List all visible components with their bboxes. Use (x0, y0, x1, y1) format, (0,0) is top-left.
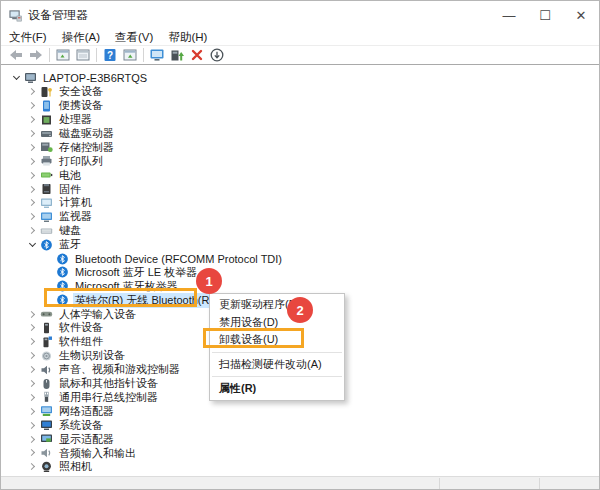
uninstall-device-icon[interactable] (187, 47, 207, 64)
forward-arrow-icon[interactable] (26, 47, 46, 64)
menu-item-1[interactable]: 操作(A) (62, 30, 100, 45)
disk-drive-icon (40, 128, 53, 140)
chevron-right-icon[interactable] (24, 159, 40, 164)
menu-item-3[interactable]: 帮助(H) (168, 30, 207, 45)
status-divider (539, 478, 540, 489)
chevron-right-icon[interactable] (24, 423, 40, 428)
tree-item-label: 鼠标和其他指针设备 (57, 376, 160, 391)
chevron-right-icon[interactable] (24, 312, 40, 317)
toolbar-separator (49, 48, 50, 62)
tree-item-label: 照相机 (57, 459, 94, 474)
chevron-right-icon[interactable] (24, 187, 40, 192)
tree-item[interactable]: 处理器 (2, 113, 598, 127)
tree-item-label: 网络适配器 (57, 404, 116, 419)
chevron-right-icon[interactable] (24, 395, 40, 400)
tree-item[interactable]: 磁盘驱动器 (2, 127, 598, 141)
usb-controller-icon (40, 391, 53, 403)
chevron-down-icon[interactable] (24, 243, 40, 246)
annotation-box-uninstall (203, 328, 304, 348)
properties-window-icon[interactable] (73, 47, 93, 64)
back-arrow-icon[interactable] (6, 47, 26, 64)
tree-item-label: 蓝牙 (57, 237, 83, 252)
menu-item-2[interactable]: 查看(V) (115, 30, 153, 45)
chevron-down-icon[interactable] (8, 76, 24, 79)
print-queue-icon (40, 155, 53, 167)
tree-item[interactable]: 计算机 (2, 196, 598, 210)
tree-item[interactable]: 系统设备 (2, 418, 598, 432)
context-menu-item[interactable]: 更新驱动程序(P) (210, 296, 344, 314)
annotation-badge-1: 1 (196, 268, 222, 294)
menu-item-0[interactable]: 文件(F) (9, 30, 47, 45)
update-driver-icon[interactable] (167, 47, 187, 64)
chevron-right-icon[interactable] (24, 173, 40, 178)
toolbar-separator (143, 48, 144, 62)
close-button[interactable]: ✕ (563, 1, 599, 29)
window-title: 设备管理器 (28, 7, 88, 24)
tree-item[interactable]: Bluetooth Device (RFCOMM Protocol TDI) (2, 252, 598, 266)
processor-icon (40, 114, 53, 126)
firmware-icon (40, 183, 53, 195)
biometric-device-icon (40, 350, 53, 362)
sound-game-controller-icon (40, 364, 53, 376)
keyboard-icon (40, 225, 53, 237)
tree-item-label: 安全设备 (57, 84, 105, 99)
chevron-right-icon[interactable] (24, 228, 40, 233)
tree-item-label: LAPTOP-E3B6RTQS (41, 72, 149, 84)
tree-item[interactable]: 固件 (2, 182, 598, 196)
chevron-right-icon[interactable] (24, 464, 40, 469)
menu-bar: 文件(F)操作(A)查看(V)帮助(H) (1, 29, 599, 46)
chevron-right-icon[interactable] (24, 353, 40, 358)
tree-item[interactable]: 显示适配器 (2, 432, 598, 446)
tree-item[interactable]: 电池 (2, 168, 598, 182)
minimize-button[interactable]: — (491, 1, 527, 29)
hid-icon (40, 308, 53, 320)
maximize-button[interactable]: ☐ (527, 1, 563, 29)
context-menu-item[interactable]: 属性(R) (210, 380, 344, 398)
tree-item[interactable]: Microsoft 蓝牙 LE 枚举器 (2, 265, 598, 279)
tree-item[interactable]: 便携设备 (2, 99, 598, 113)
tree-item-label: 生物识别设备 (57, 348, 127, 363)
chevron-right-icon[interactable] (24, 145, 40, 150)
window-list-icon[interactable] (120, 47, 140, 64)
tree-item[interactable]: 音频输入和输出 (2, 446, 598, 460)
chevron-right-icon[interactable] (24, 131, 40, 136)
bluetooth-icon (56, 253, 69, 265)
system-device-icon (40, 419, 53, 431)
monitor-icon[interactable] (147, 47, 167, 64)
tree-item[interactable]: 照相机 (2, 460, 598, 474)
chevron-right-icon[interactable] (24, 325, 40, 330)
software-component-icon (40, 336, 53, 348)
chevron-right-icon[interactable] (24, 117, 40, 122)
chevron-right-icon[interactable] (24, 437, 40, 442)
scan-hardware-icon[interactable] (207, 47, 227, 64)
chevron-right-icon[interactable] (24, 339, 40, 344)
title-bar: 设备管理器 — ☐ ✕ (1, 1, 599, 29)
tree-item-label: 系统设备 (57, 418, 105, 433)
tree-item[interactable]: 监视器 (2, 210, 598, 224)
tree-item[interactable]: 打印队列 (2, 154, 598, 168)
tree-item-label: 计算机 (57, 195, 94, 210)
console-window-icon[interactable] (53, 47, 73, 64)
tree-item[interactable]: 安全设备 (2, 85, 598, 99)
chevron-right-icon[interactable] (24, 450, 40, 455)
display-adapter-icon (40, 433, 53, 445)
tree-item-label: 声音、视频和游戏控制器 (57, 362, 182, 377)
chevron-right-icon[interactable] (24, 200, 40, 205)
chevron-right-icon[interactable] (24, 367, 40, 372)
tree-item[interactable]: LAPTOP-E3B6RTQS (2, 71, 598, 85)
tree-item[interactable]: 键盘 (2, 224, 598, 238)
chevron-right-icon[interactable] (24, 214, 40, 219)
mouse-icon (40, 378, 53, 390)
network-adapter-icon (40, 405, 53, 417)
tree-item-label: 键盘 (57, 223, 83, 238)
tree-item[interactable]: 网络适配器 (2, 404, 598, 418)
tree-item[interactable]: 蓝牙 (2, 238, 598, 252)
chevron-right-icon[interactable] (24, 409, 40, 414)
context-menu-item[interactable]: 扫描检测硬件改动(A) (210, 356, 344, 374)
help-icon[interactable]: ? (100, 47, 120, 64)
chevron-right-icon[interactable] (24, 89, 40, 94)
chevron-right-icon[interactable] (24, 103, 40, 108)
chevron-right-icon[interactable] (24, 381, 40, 386)
bluetooth-icon (56, 266, 69, 278)
tree-item[interactable]: 存储控制器 (2, 140, 598, 154)
